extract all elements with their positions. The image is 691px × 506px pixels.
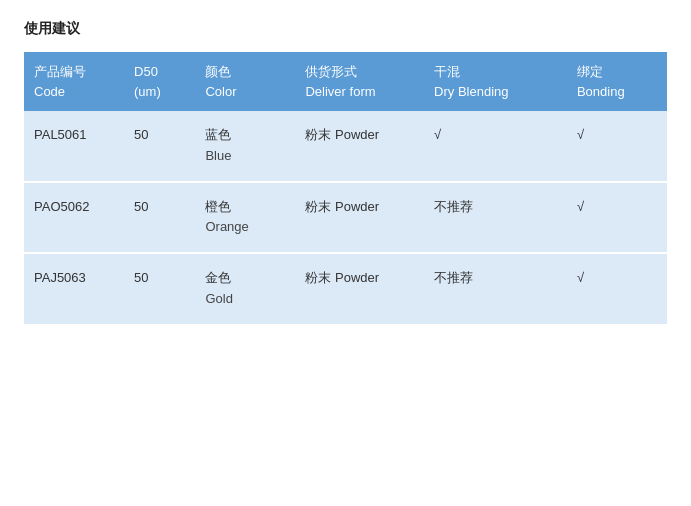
td-dry: 不推荐 <box>424 253 567 325</box>
td-code: PAL5061 <box>24 111 124 182</box>
table-row: PAO506250橙色Orange粉末 Powder不推荐√ <box>24 182 667 254</box>
td-code: PAO5062 <box>24 182 124 254</box>
th-dry: 干混 Dry Blending <box>424 52 567 111</box>
th-color: 颜色 Color <box>195 52 295 111</box>
th-deliver: 供货形式 Deliver form <box>295 52 424 111</box>
td-deliver: 粉末 Powder <box>295 111 424 182</box>
table-header-row: 产品编号 Code D50 (um) 颜色 Color 供货形式 Deliver… <box>24 52 667 111</box>
td-bond: √ <box>567 111 667 182</box>
td-bond: √ <box>567 182 667 254</box>
td-d50: 50 <box>124 182 195 254</box>
th-d50: D50 (um) <box>124 52 195 111</box>
th-bond: 绑定 Bonding <box>567 52 667 111</box>
td-d50: 50 <box>124 111 195 182</box>
td-d50: 50 <box>124 253 195 325</box>
td-color: 橙色Orange <box>195 182 295 254</box>
table-row: PAJ506350金色Gold粉末 Powder不推荐√ <box>24 253 667 325</box>
th-code: 产品编号 Code <box>24 52 124 111</box>
td-color: 金色Gold <box>195 253 295 325</box>
td-bond: √ <box>567 253 667 325</box>
table-row: PAL506150蓝色Blue粉末 Powder√√ <box>24 111 667 182</box>
td-dry: √ <box>424 111 567 182</box>
td-deliver: 粉末 Powder <box>295 253 424 325</box>
td-color: 蓝色Blue <box>195 111 295 182</box>
td-code: PAJ5063 <box>24 253 124 325</box>
td-dry: 不推荐 <box>424 182 567 254</box>
td-deliver: 粉末 Powder <box>295 182 424 254</box>
section-title: 使用建议 <box>24 20 667 38</box>
product-table: 产品编号 Code D50 (um) 颜色 Color 供货形式 Deliver… <box>24 52 667 326</box>
